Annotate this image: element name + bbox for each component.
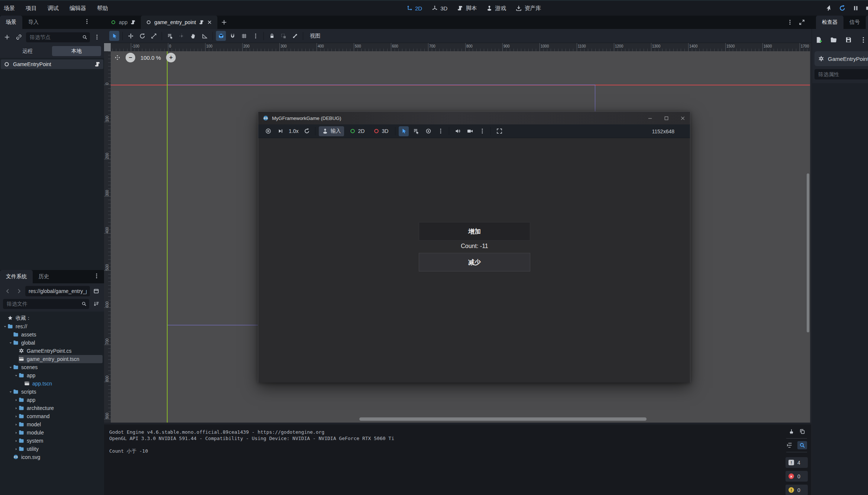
- file-row-scenes[interactable]: scenes: [0, 363, 104, 371]
- pixel-snap[interactable]: [176, 31, 187, 41]
- file-row-gameentrypoint.tscn[interactable]: game_entry_point.tscn: [0, 355, 104, 363]
- file-row-app[interactable]: app: [0, 371, 104, 380]
- collapse-icon[interactable]: [9, 365, 12, 369]
- menu-2[interactable]: 调试: [48, 5, 59, 12]
- file-row-system[interactable]: system: [0, 437, 104, 445]
- scene-node-row[interactable]: GameEntryPoint: [1, 59, 103, 69]
- file-row-icon.svg[interactable]: icon.svg: [0, 453, 104, 461]
- errors-count[interactable]: ×0: [786, 471, 808, 482]
- select-tool[interactable]: [109, 31, 119, 41]
- inspector-menu-icon[interactable]: [860, 36, 867, 43]
- file-row-app[interactable]: app: [0, 396, 104, 404]
- suspend-game[interactable]: [263, 126, 273, 136]
- fs-path-input[interactable]: [25, 286, 90, 296]
- file-row-scripts[interactable]: scripts: [0, 388, 104, 396]
- smart-snap-toggle[interactable]: [216, 31, 226, 41]
- search-output-button[interactable]: [797, 441, 807, 449]
- fs-dock-tab-0[interactable]: 文件系统: [0, 270, 33, 283]
- script-icon[interactable]: [94, 61, 100, 67]
- camera-2d[interactable]: 2D: [346, 126, 368, 136]
- collapse-icon[interactable]: [14, 374, 18, 377]
- file-row-global[interactable]: global: [0, 339, 104, 347]
- collapse-icon[interactable]: [3, 325, 7, 328]
- list-select-tool[interactable]: [165, 31, 175, 41]
- view-menu[interactable]: 视图: [308, 33, 323, 39]
- mute-audio[interactable]: [453, 126, 463, 136]
- expand-icon[interactable]: [14, 406, 18, 410]
- window-titlebar[interactable]: MyGFrameworkGame (DEBUG): [258, 112, 690, 124]
- scene-dock-tab-0[interactable]: 场景: [0, 16, 22, 29]
- camera-override[interactable]: [423, 126, 433, 136]
- ruler-tool[interactable]: [200, 31, 210, 41]
- scene-tab-game_entry_point[interactable]: game_entry_point: [141, 16, 217, 29]
- file-row-utility[interactable]: utility: [0, 445, 104, 453]
- ruler-corner[interactable]: [104, 43, 111, 51]
- decrease-button[interactable]: 减少: [419, 253, 530, 271]
- fs-dock-tab-1[interactable]: 历史: [33, 270, 55, 283]
- expand-icon[interactable]: [14, 423, 18, 426]
- vertical-scrollbar[interactable]: [807, 173, 809, 332]
- file-row-GameEntryPoint.cs[interactable]: GameEntryPoint.cs: [0, 347, 104, 355]
- filter-properties-input[interactable]: [814, 69, 868, 79]
- expand-icon[interactable]: [14, 447, 18, 451]
- context-资产库[interactable]: 资产库: [516, 5, 541, 12]
- inspector-tab-0[interactable]: 检查器: [816, 16, 843, 29]
- grid-snap-toggle[interactable]: [227, 31, 237, 41]
- copy-output-icon[interactable]: [799, 429, 805, 434]
- camera-menu[interactable]: [465, 126, 475, 136]
- split-view-icon[interactable]: [91, 286, 101, 296]
- warnings-count[interactable]: !0: [786, 485, 808, 495]
- file-row-[interactable]: 收藏：: [0, 314, 104, 322]
- menu-1[interactable]: 项目: [26, 5, 37, 12]
- input-toggle[interactable]: 输入: [319, 126, 344, 136]
- load-resource-icon[interactable]: [830, 36, 837, 43]
- file-row-command[interactable]: command: [0, 412, 104, 420]
- file-row-assets[interactable]: assets: [0, 330, 104, 339]
- zoom-level[interactable]: 100.0 %: [140, 55, 161, 61]
- instance-scene-button[interactable]: [14, 32, 24, 42]
- close-tab-icon[interactable]: [207, 20, 212, 25]
- zoom-in-button[interactable]: +: [166, 53, 176, 62]
- expand-icon[interactable]: [14, 414, 18, 418]
- messages-count[interactable]: !4: [786, 457, 808, 468]
- skeleton-menu[interactable]: [290, 31, 300, 41]
- debug-tool-icon[interactable]: [826, 5, 832, 12]
- lock-selected[interactable]: [267, 31, 277, 41]
- center-view-icon[interactable]: [114, 55, 120, 61]
- snap-menu[interactable]: [250, 31, 260, 41]
- camera-3d[interactable]: 3D: [370, 126, 392, 136]
- inspector-tab-1[interactable]: 信号: [843, 16, 866, 29]
- file-row-res[interactable]: res://: [0, 322, 104, 330]
- dock-tab-partial[interactable]: [866, 16, 868, 29]
- forward-icon[interactable]: [14, 286, 24, 296]
- expand-icon[interactable]: [14, 431, 18, 434]
- new-scene-tab-icon[interactable]: [221, 19, 227, 25]
- context-游戏[interactable]: 游戏: [486, 5, 506, 12]
- pick-list[interactable]: [411, 126, 421, 136]
- collapse-duplicates-icon[interactable]: [787, 442, 793, 448]
- file-row-architecture[interactable]: architecture: [0, 404, 104, 412]
- pause-game-icon[interactable]: [852, 5, 859, 12]
- pan-tool[interactable]: [188, 31, 198, 41]
- scene-tab-app[interactable]: app: [106, 16, 141, 29]
- scene-tree-menu-icon[interactable]: [92, 32, 102, 42]
- clear-output-icon[interactable]: [788, 429, 794, 434]
- pick-tool[interactable]: [399, 126, 409, 136]
- grid-options[interactable]: [239, 31, 249, 41]
- context-脚本[interactable]: 脚本: [457, 5, 477, 12]
- rotate-tool[interactable]: [137, 31, 147, 41]
- collapse-icon[interactable]: [9, 390, 12, 394]
- remote-tab[interactable]: 远程: [3, 46, 52, 56]
- move-tool[interactable]: [126, 31, 136, 41]
- speed-label[interactable]: 1.0x: [289, 128, 298, 134]
- zoom-out-button[interactable]: −: [126, 53, 135, 62]
- context-3d[interactable]: 3D: [432, 5, 447, 12]
- close-button[interactable]: [677, 113, 688, 123]
- menu-4[interactable]: 帮助: [97, 5, 108, 12]
- movie-mode-icon[interactable]: [866, 5, 868, 12]
- expand-icon[interactable]: [14, 398, 18, 402]
- context-2d[interactable]: 2D: [407, 5, 422, 12]
- options-menu[interactable]: [477, 126, 487, 136]
- horizontal-scrollbar[interactable]: [359, 417, 647, 421]
- reload-game[interactable]: [302, 126, 312, 136]
